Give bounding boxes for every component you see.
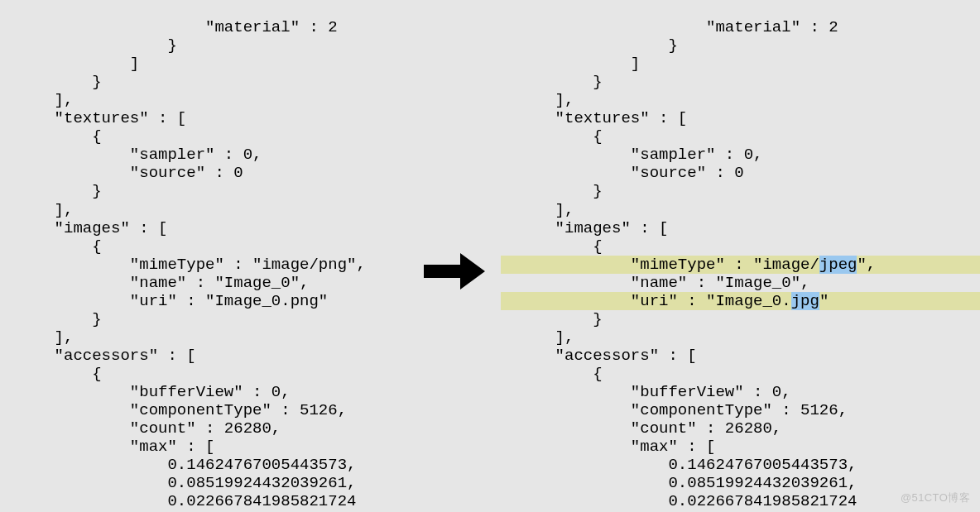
code-line: "source" : 0 [17,164,243,182]
code-line-diff: "uri" : "Image_0.jpg" [517,292,829,310]
code-line: "textures" : [ [517,109,687,127]
code-line: "mimeType" : "image/png", [17,256,366,274]
code-line: "accessors" : [ [517,347,697,365]
code-block-left: "material" : 2 } ] } ], "textures" : [ {… [0,0,418,512]
code-line: { [517,365,603,383]
code-line: "max" : [ [517,438,715,456]
code-line: "images" : [ [517,219,668,237]
code-line: "componentType" : 5126, [517,401,848,419]
code-line: { [17,365,102,383]
code-line: "componentType" : 5126, [17,401,347,419]
code-line: "material" : 2 [517,18,838,36]
code-line: ], [517,91,574,109]
code-line: ], [517,201,574,219]
code-line: "material" : 2 [17,18,338,36]
code-line-diff: "mimeType" : "image/jpeg", [517,256,876,274]
code-line: "bufferView" : 0, [17,383,291,401]
code-line: "source" : 0 [517,164,744,182]
code-line: } [517,36,678,55]
code-line: ] [517,55,640,73]
code-line: } [517,182,603,200]
code-line: 0.14624767005443573, [17,456,356,474]
arrow-right-icon [420,248,488,294]
code-line: ], [17,91,73,109]
code-line: "name" : "Image_0", [17,274,309,292]
code-line: } [17,36,177,55]
code-line: } [17,310,102,328]
code-line: ], [17,328,73,347]
code-line: "count" : 26280, [17,419,281,438]
code-line: } [17,182,102,200]
code-line: { [517,237,603,256]
code-line: } [17,73,102,91]
diff-selection-jpeg: jpeg [819,256,858,274]
code-line: ] [17,55,139,73]
code-line: "bufferView" : 0, [517,383,791,401]
code-block-right: "material" : 2 } ] } ], "textures" : [ {… [501,0,980,512]
code-line: "textures" : [ [17,109,186,127]
code-line: } [517,310,603,328]
code-line: "sampler" : 0, [17,146,262,164]
diff-selection-jpg: jpg [791,292,819,310]
code-line: 0.022667841985821724 [17,492,356,510]
code-line: "sampler" : 0, [517,146,762,164]
code-line: { [17,237,102,256]
code-line: "name" : "Image_0", [517,274,809,292]
code-line: 0.14624767005443573, [517,456,857,474]
code-line: ], [517,328,574,347]
code-line: { [17,127,102,146]
code-line: "images" : [ [17,219,167,237]
code-line: } [517,73,603,91]
code-line: "uri" : "Image_0.png" [17,292,328,310]
code-line: ], [17,201,73,219]
code-line: "accessors" : [ [17,347,196,365]
code-line: 0.08519924432039261, [17,474,356,492]
code-line: "max" : [ [17,438,214,456]
code-line: 0.08519924432039261, [517,474,857,492]
code-line: { [517,127,603,146]
code-line: 0.022667841985821724 [517,492,857,510]
code-line: "count" : 26280, [517,419,781,438]
